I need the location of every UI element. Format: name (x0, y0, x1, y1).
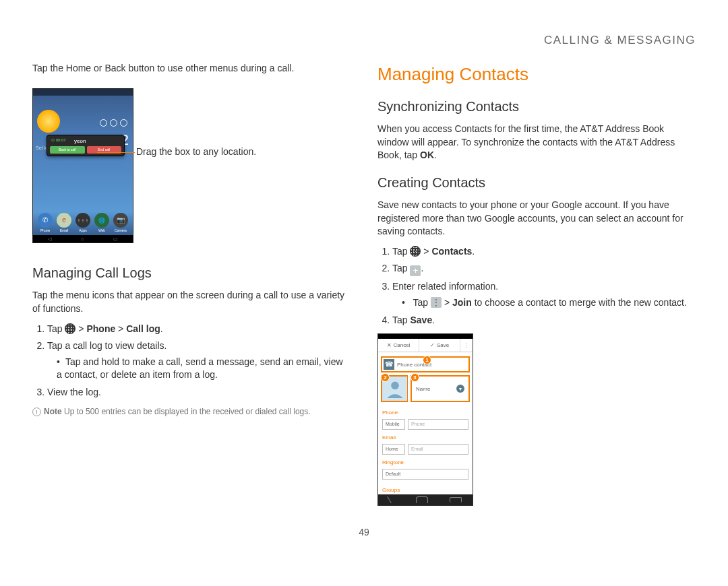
step-2: Tap a call log to view details. Tap and … (47, 339, 351, 382)
step-3: View the log. (47, 386, 351, 399)
call-logs-steps: Tap > Phone > Call log. Tap a call log t… (32, 323, 351, 399)
cstep-3a: Tap > Join to choose a contact to merge … (402, 296, 696, 310)
cstep-1: Tap > Contacts. (392, 245, 696, 259)
phone-screenshot-new-contact: ✕ Cancel ✓ Save ⋮ 1 ☎ Phone contact 2 3 … (377, 333, 473, 506)
create-desc: Save new contacts to your phone or your … (377, 199, 696, 238)
recent-icon (450, 497, 462, 502)
section-header: CALLING & MESSAGING (32, 32, 696, 48)
phone-type-dropdown: Mobile (382, 419, 405, 430)
heading-sync-contacts: Synchronizing Contacts (377, 97, 696, 116)
expand-icon: ▾ (456, 385, 464, 393)
content-columns: Tap the Home or Back button to use other… (32, 62, 696, 506)
contact-source-icon: ☎ (384, 359, 394, 370)
save-button: ✓ Save (419, 339, 460, 352)
cstep-2: Tap +. (392, 262, 696, 276)
page-number: 49 (32, 526, 696, 540)
svg-point-0 (391, 382, 399, 390)
heading-managing-call-logs: Managing Call Logs (32, 263, 351, 282)
ringtone-field: Default (382, 469, 468, 480)
intro-text: Tap the Home or Back button to use other… (32, 62, 351, 75)
heading-creating-contacts: Creating Contacts (377, 173, 696, 192)
home-icon (416, 496, 428, 503)
sync-desc: When you access Contacts for the first t… (377, 123, 696, 162)
create-steps: Tap > Contacts. Tap +. Enter related inf… (377, 245, 696, 327)
plus-icon: + (410, 265, 421, 276)
cstep-3: Enter related information. Tap > Join to… (392, 280, 696, 309)
right-column: Managing Contacts Synchronizing Contacts… (377, 62, 696, 506)
back-to-call-button: Back to call (50, 146, 85, 154)
step-2a: Tap and hold to make a call, send a mess… (57, 356, 351, 382)
name-field-label: Name (416, 385, 430, 393)
email-type-dropdown: Home (382, 444, 405, 455)
note-call-logs: !Note Up to 500 entries can be displayed… (32, 406, 351, 418)
call-logs-desc: Tap the menu icons that appear on the sc… (32, 289, 351, 315)
left-column: Tap the Home or Back button to use other… (32, 62, 351, 506)
email-input: Email (408, 444, 468, 455)
floating-call-box: ⊙ 00:07 yeon Back to call End call (47, 135, 125, 156)
note-icon: ! (32, 408, 41, 416)
step-1: Tap > Phone > Call log. (47, 323, 351, 336)
apps-icon (410, 246, 421, 257)
phone-input: Phone (408, 419, 468, 430)
menu-icon (431, 297, 442, 308)
back-icon (387, 496, 396, 503)
nav-bar (378, 494, 473, 505)
heading-managing-contacts: Managing Contacts (377, 62, 696, 86)
cancel-button: ✕ Cancel (378, 339, 419, 352)
drag-caption: Drag the box to any location. (136, 145, 256, 159)
apps-icon (65, 323, 75, 334)
cstep-4: Tap Save. (392, 314, 696, 327)
phone-screenshot-callbox: 2 Set loc ⊙ 00:07 yeon Back to call End … (32, 88, 133, 243)
overflow-menu: ⋮ (460, 339, 473, 352)
